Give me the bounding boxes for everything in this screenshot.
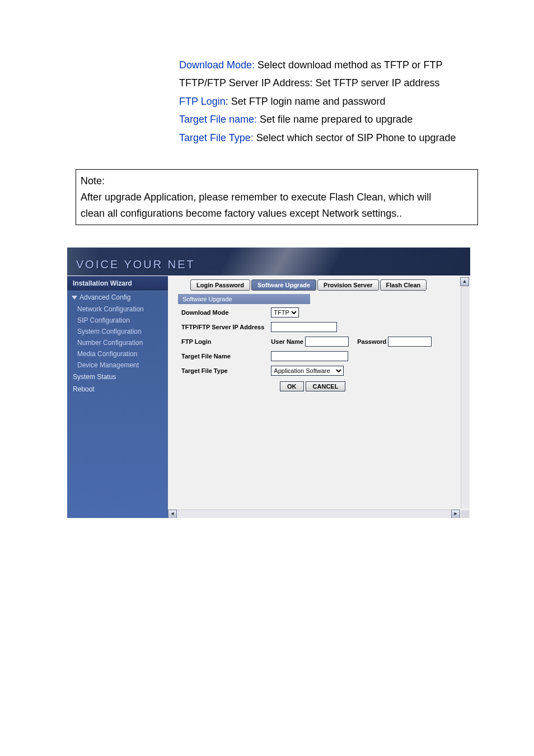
app-body: Installation Wizard Advanced Config Netw… (67, 276, 470, 518)
user-name-input[interactable] (305, 337, 349, 347)
scroll-track-vertical[interactable] (461, 286, 469, 508)
panel-title: Software Upgrade (178, 294, 310, 304)
sidebar-group-label: Advanced Config (79, 293, 130, 301)
server-ip-input[interactable] (271, 322, 337, 332)
chevron-down-icon (72, 296, 77, 300)
sidebar-item-sip-config[interactable]: SIP Configuration (67, 315, 168, 326)
scroll-track-horizontal[interactable]: ◄ ► (168, 510, 460, 518)
sidebar-item-reboot[interactable]: Reboot (67, 383, 168, 395)
download-mode-select[interactable]: TFTP (271, 307, 299, 318)
server-ip-label: TFTP/FTP Server IP Address (178, 320, 268, 334)
doc-ftp-login-text: Set FTP login name and password (228, 96, 386, 107)
note-title: Note: (81, 173, 473, 189)
button-row: OK CANCEL (168, 378, 467, 391)
doc-target-file-type-kw: Target File Type: (179, 132, 254, 143)
header-bar: VOICE YOUR NET (67, 248, 470, 276)
tab-login-password[interactable]: Login Password (190, 279, 250, 291)
tab-flash-clean[interactable]: Flash Clean (380, 279, 427, 291)
doc-download-mode-kw: Download Mode: (179, 59, 255, 71)
doc-target-file-type-text: Select which sector of SIP Phone to upgr… (254, 132, 456, 143)
sidebar-item-number-config[interactable]: Number Configuration (67, 337, 168, 348)
scroll-left-button[interactable]: ◄ (168, 510, 177, 518)
app-frame: VOICE YOUR NET Installation Wizard Advan… (67, 248, 470, 518)
sidebar-item-system-status[interactable]: System Status (67, 371, 168, 383)
doc-target-file-name-text: Set file name prepared to upgrade (257, 114, 413, 125)
cancel-button[interactable]: CANCEL (306, 381, 346, 391)
target-file-name-input[interactable] (271, 351, 348, 361)
download-mode-label: Download Mode (178, 305, 268, 320)
form-table: Download Mode TFTP TFTP/FTP Server IP Ad… (178, 305, 435, 378)
password-input[interactable] (388, 337, 432, 347)
ftp-login-label: FTP Login (178, 334, 268, 349)
header-decor (211, 248, 349, 276)
scroll-up-button[interactable]: ▲ (460, 277, 469, 286)
sidebar-item-installation-wizard[interactable]: Installation Wizard (67, 276, 168, 291)
user-name-label: User Name (271, 338, 303, 345)
scroll-corner (461, 510, 469, 518)
doc-target-file-name-kw: Target File name: (179, 114, 257, 125)
scroll-right-button[interactable]: ► (451, 510, 460, 518)
sidebar: Installation Wizard Advanced Config Netw… (67, 276, 168, 518)
doc-ftp-login-kw: FTP Login: (179, 96, 228, 107)
note-box: Note: After upgrade Application, please … (76, 169, 478, 225)
sidebar-item-system-config[interactable]: System Configuration (67, 326, 168, 337)
sidebar-group-advanced[interactable]: Advanced Config (67, 291, 168, 304)
doc-download-mode-text: Select download method as TFTP or FTP (255, 59, 443, 71)
target-file-name-label: Target File Name (178, 349, 268, 363)
doc-tftp-line: TFTP/FTP Server IP Address: Set TFTP ser… (78, 74, 489, 92)
content-pane: Login Password Software Upgrade Provisio… (168, 276, 470, 518)
brand-title: VOICE YOUR NET (76, 258, 195, 271)
tabs-row: Login Password Software Upgrade Provisio… (168, 279, 467, 291)
password-label: Password (357, 338, 386, 345)
note-line1: After upgrade Application, please rememb… (81, 189, 473, 206)
target-file-type-select[interactable]: Application Software (271, 366, 344, 376)
tab-software-upgrade[interactable]: Software Upgrade (251, 279, 316, 291)
ok-button[interactable]: OK (280, 381, 304, 391)
sidebar-item-network-config[interactable]: Network Configuration (67, 304, 168, 315)
tab-provision-server[interactable]: Provision Server (317, 279, 378, 291)
sidebar-item-device-mgmt[interactable]: Device Management (67, 360, 168, 371)
target-file-type-label: Target File Type (178, 363, 268, 378)
documentation-block: Download Mode: Select download method as… (0, 0, 534, 158)
note-line2: clean all configurations become factory … (81, 206, 473, 222)
sidebar-item-media-config[interactable]: Media Configuration (67, 348, 168, 360)
